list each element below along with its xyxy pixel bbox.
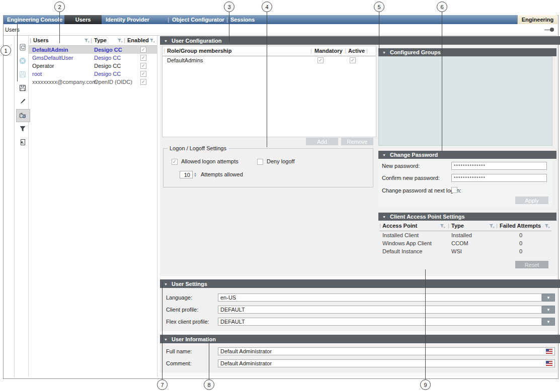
mandatory-column-header[interactable]: Mandatory xyxy=(314,48,343,54)
edit-project-icon[interactable] xyxy=(19,43,27,51)
failed-attempts-column-header[interactable]: Failed Attempts xyxy=(500,223,541,229)
callout-line-3 xyxy=(229,12,229,42)
deny-logoff-checkbox[interactable] xyxy=(257,159,263,165)
callout-2: 2 xyxy=(54,2,65,12)
reset-button[interactable]: Reset xyxy=(515,261,548,268)
access-point-name: Installed Client xyxy=(382,232,419,238)
tab-engineering-mode[interactable]: Engineering xyxy=(517,15,557,24)
flex-client-profile-dropdown-button[interactable] xyxy=(542,318,555,326)
users-list-header: | Users | Type | Enabled xyxy=(29,36,157,46)
access-point-column-header[interactable]: Access Point xyxy=(382,223,417,229)
client-profile-select[interactable]: DEFAULT xyxy=(218,306,542,314)
confirm-password-input[interactable]: ************** xyxy=(451,174,547,182)
enabled-checkbox[interactable] xyxy=(140,47,146,53)
user-row[interactable]: Operator Desigo CC xyxy=(29,62,157,70)
full-name-input[interactable]: Default Administrator xyxy=(218,347,555,355)
configured-groups-header[interactable]: Configured Groups xyxy=(378,48,556,56)
user-row[interactable]: DefaultAdmin Desigo CC xyxy=(29,46,157,54)
filter-icon[interactable] xyxy=(149,38,155,44)
language-dropdown-button[interactable] xyxy=(542,293,555,302)
user-row[interactable]: root Desigo CC xyxy=(29,70,157,78)
client-access-point-settings-header[interactable]: Client Access Point Settings xyxy=(378,213,556,221)
allowed-logon-attempts-checkbox[interactable] xyxy=(172,159,178,165)
language-label: Language: xyxy=(166,295,192,301)
enabled-checkbox[interactable] xyxy=(140,55,146,61)
filter-icon[interactable] xyxy=(489,224,495,229)
callout-3: 3 xyxy=(224,2,234,12)
enabled-column-header[interactable]: Enabled xyxy=(127,37,149,43)
users-column-header[interactable]: Users xyxy=(33,37,49,43)
edit-pen-icon[interactable] xyxy=(19,97,27,106)
filter-icon[interactable] xyxy=(544,224,550,229)
user-information-header[interactable]: User Information xyxy=(160,335,560,343)
filter-icon[interactable] xyxy=(19,125,27,133)
configured-groups-list[interactable] xyxy=(378,56,552,146)
role-group-column-header[interactable]: Role/Group membership xyxy=(167,48,231,54)
mandatory-checkbox[interactable] xyxy=(317,57,324,63)
divider: | xyxy=(448,223,449,229)
new-password-input[interactable]: ************** xyxy=(451,162,547,170)
divider: | xyxy=(164,48,165,54)
client-profile-dropdown-button[interactable] xyxy=(542,306,555,314)
save-as-icon[interactable] xyxy=(19,84,27,92)
filter-icon[interactable] xyxy=(440,224,445,229)
save-icon-disabled[interactable] xyxy=(19,70,27,78)
access-point-row[interactable]: Default Instance WSI 0 xyxy=(379,247,551,255)
export-icon[interactable] xyxy=(19,138,27,146)
filter-icon[interactable] xyxy=(117,38,123,44)
user-type: Desigo CC xyxy=(94,47,122,53)
collapse-icon xyxy=(382,214,390,220)
add-button[interactable]: Add xyxy=(306,138,338,145)
breadcrumb-bar: Users xyxy=(4,24,557,35)
logon-logoff-settings-group: Logon / Logoff Settings Allowed logon at… xyxy=(163,148,373,187)
apply-button[interactable]: Apply xyxy=(515,197,548,204)
callout-5: 5 xyxy=(374,2,384,12)
filter-icon[interactable] xyxy=(84,38,90,44)
enabled-checkbox[interactable] xyxy=(140,71,146,77)
group-title: Logon / Logoff Settings xyxy=(168,145,228,151)
enabled-checkbox[interactable] xyxy=(140,63,146,69)
comment-input[interactable]: Default Administrator xyxy=(218,359,555,367)
new-password-label: New password: xyxy=(382,163,420,169)
tab-object-configurator[interactable]: Object Configurator xyxy=(172,15,224,24)
cancel-icon[interactable] xyxy=(19,57,27,65)
active-column-header[interactable]: Active xyxy=(348,48,365,54)
attempts-allowed-input[interactable]: 10 xyxy=(180,171,193,178)
access-point-row[interactable]: Installed Client Installed 0 xyxy=(379,231,551,239)
active-checkbox[interactable] xyxy=(350,57,356,63)
enabled-checkbox[interactable] xyxy=(140,79,146,85)
callout-line-4 xyxy=(267,12,267,147)
tab-identity-provider[interactable]: Identity Provider xyxy=(106,15,149,24)
change-password-header[interactable]: Change Password xyxy=(378,151,556,159)
tab-separator: | xyxy=(168,15,169,24)
divider: | xyxy=(366,48,368,54)
attempts-allowed-label: Attempts allowed xyxy=(201,171,243,177)
manage-settings-icon[interactable] xyxy=(19,111,27,119)
tab-users[interactable]: Users xyxy=(64,15,102,24)
access-point-row[interactable]: Windows App Client CCOM 0 xyxy=(379,239,551,247)
language-select[interactable]: en-US xyxy=(218,293,542,302)
pin-icon[interactable] xyxy=(550,28,554,32)
user-configuration-header[interactable]: User Configuration xyxy=(160,36,560,45)
user-row[interactable]: xxxxxxxxx@company.com OpenID (OIDC) xyxy=(29,78,157,86)
user-name: DefaultAdmin xyxy=(32,47,68,53)
panel-title: User Settings xyxy=(172,281,207,287)
user-name: root xyxy=(32,71,42,77)
change-password-next-logon-checkbox[interactable] xyxy=(451,187,457,193)
user-row[interactable]: GmsDefaultUser Desigo CC xyxy=(29,54,157,62)
flex-client-profile-select[interactable]: DEFAULT xyxy=(218,318,542,326)
tab-sessions[interactable]: Sessions xyxy=(230,15,255,24)
full-name-label: Full name: xyxy=(166,348,192,354)
tab-engineering-console[interactable]: Engineering Console xyxy=(7,15,62,24)
remove-button[interactable]: Remove xyxy=(341,138,373,145)
type-column-header[interactable]: Type xyxy=(94,37,107,43)
callout-line-7 xyxy=(162,281,163,379)
user-settings-header[interactable]: User Settings xyxy=(160,279,560,288)
spinner-arrows[interactable]: ▲▼ xyxy=(194,171,197,178)
user-name: Operator xyxy=(32,63,54,69)
type-column-header[interactable]: Type xyxy=(451,223,464,229)
role-group-row[interactable]: DefaultAdmins xyxy=(163,56,376,64)
callout-7: 7 xyxy=(157,379,168,390)
divider: | xyxy=(496,223,498,229)
client-profile-label: Client profile: xyxy=(166,307,198,313)
